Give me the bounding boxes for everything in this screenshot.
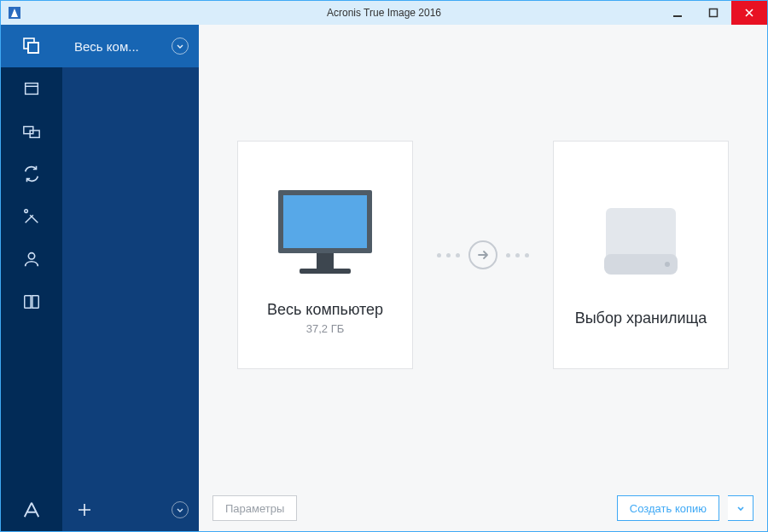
window-controls: [660, 1, 767, 25]
svg-rect-13: [283, 195, 367, 248]
svg-rect-4: [28, 43, 38, 53]
dots-right: [506, 253, 529, 257]
sidebar-spacer: [62, 67, 199, 489]
options-button-label: Параметры: [225, 502, 284, 515]
nav-help[interactable]: [1, 280, 62, 323]
dots-left: [437, 253, 460, 257]
app-icon: [6, 4, 23, 21]
sidebar-bottom: [62, 489, 199, 531]
create-backup-label: Создать копию: [630, 502, 707, 515]
create-backup-button[interactable]: Создать копию: [617, 495, 719, 521]
svg-point-11: [28, 253, 34, 259]
svg-rect-6: [26, 84, 38, 95]
svg-rect-2: [710, 9, 718, 17]
backup-list-item-label: Весь ком...: [74, 39, 139, 54]
nav-rail: [1, 25, 62, 531]
app-body: Весь ком...: [1, 25, 767, 531]
sidebar-more-button[interactable]: [172, 501, 189, 518]
options-button[interactable]: Параметры: [212, 495, 297, 521]
destination-card-title: Выбор хранилища: [575, 309, 707, 328]
nav-backup[interactable]: [1, 25, 62, 67]
destination-card[interactable]: Выбор хранилища: [553, 141, 729, 369]
backup-stage: Весь компьютер 37,2 ГБ: [199, 25, 767, 485]
nav-tools[interactable]: [1, 195, 62, 238]
titlebar: Acronis True Image 2016: [1, 1, 767, 25]
nav-sync[interactable]: [1, 153, 62, 195]
nav-acronis-logo[interactable]: [1, 489, 62, 531]
nav-account[interactable]: [1, 238, 62, 280]
svg-rect-15: [300, 269, 351, 274]
source-card-title: Весь компьютер: [267, 301, 383, 319]
create-backup-dropdown[interactable]: [728, 495, 753, 521]
backup-item-menu-icon[interactable]: [172, 38, 189, 55]
main-content: Весь компьютер 37,2 ГБ: [199, 25, 767, 531]
maximize-button[interactable]: [695, 1, 731, 25]
backup-list-sidebar: Весь ком...: [62, 25, 199, 531]
close-button[interactable]: [731, 1, 767, 25]
svg-rect-1: [673, 15, 682, 17]
svg-point-10: [25, 210, 28, 213]
arrow-circle-icon: [468, 240, 497, 269]
svg-point-17: [665, 262, 670, 267]
source-card[interactable]: Весь компьютер 37,2 ГБ: [237, 141, 413, 369]
footer: Параметры Создать копию: [199, 485, 767, 531]
app-window: Acronis True Image 2016: [0, 0, 768, 532]
window-title: Acronis True Image 2016: [1, 7, 767, 19]
add-backup-button[interactable]: [73, 498, 96, 522]
monitor-icon: [270, 175, 381, 294]
drive-icon: [594, 182, 688, 302]
backup-list-item[interactable]: Весь ком...: [62, 25, 199, 67]
minimize-button[interactable]: [660, 1, 695, 25]
svg-rect-14: [317, 253, 334, 269]
arrow-between: [437, 240, 529, 269]
source-card-subtitle: 37,2 ГБ: [306, 322, 344, 335]
nav-archive[interactable]: [1, 67, 62, 110]
nav-clone[interactable]: [1, 110, 62, 153]
